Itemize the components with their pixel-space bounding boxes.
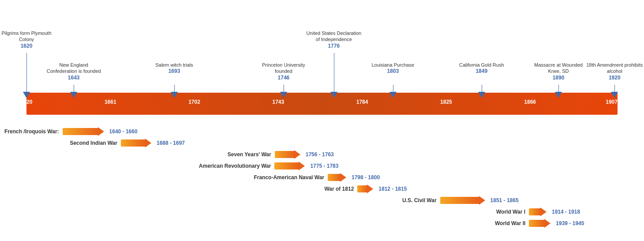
war-years-war-1812: 1812 - 1815	[378, 186, 407, 192]
event-princeton: Princeton University founded1746	[255, 62, 312, 81]
war-arrow-body-franco-naval	[328, 174, 340, 181]
war-arrow-head-revolutionary	[299, 162, 305, 170]
war-arrow-revolutionary	[274, 162, 305, 170]
war-arrow-head-franco-naval	[340, 173, 346, 182]
war-arrow-head-civil-war	[479, 196, 485, 205]
year-marker-1784: 1784	[356, 99, 368, 239]
triangle-pilgrims	[23, 92, 30, 98]
war-arrow-head-french-iroquois	[98, 127, 104, 136]
war-arrow-head-second-indian	[145, 139, 151, 147]
war-arrow-french-iroquois	[63, 127, 104, 136]
event-wounded-knee: Massacre at Wounded Knee, SD1890	[530, 62, 587, 81]
war-arrow-war-1812	[357, 185, 373, 193]
war-revolutionary: American Revolutionary War1775 - 1783	[199, 162, 339, 170]
triangle-princeton	[280, 92, 287, 98]
war-years-franco-naval: 1798 - 1800	[352, 174, 380, 181]
vert-line-pilgrims	[26, 53, 27, 93]
war-label-ww1: World War I	[496, 209, 525, 215]
war-arrow-ww1	[529, 207, 547, 216]
triangle-salem	[171, 92, 178, 98]
war-arrow-body-french-iroquois	[63, 128, 98, 135]
war-second-indian: Second Indian War1688 - 1697	[70, 139, 185, 147]
war-arrow-body-ww2	[529, 220, 544, 227]
war-label-french-iroquois: French /Iroquois War:	[4, 128, 59, 135]
war-label-ww2: World War II	[495, 220, 525, 226]
war-arrow-head-ww1	[540, 207, 547, 216]
triangle-new-england	[70, 92, 77, 98]
war-years-revolutionary: 1775 - 1783	[310, 163, 338, 169]
triangle-amendment-18	[611, 92, 618, 98]
war-arrow-body-revolutionary	[274, 162, 299, 169]
event-pilgrims: Pilgrims form Plymouth Colony1620	[0, 30, 55, 49]
war-arrow-seven-years	[275, 150, 300, 159]
war-years-ww1: 1914 - 1918	[552, 209, 580, 215]
war-label-revolutionary: American Revolutionary War	[199, 163, 271, 169]
year-marker-1825: 1825	[440, 99, 452, 239]
triangle-louisiana	[389, 92, 397, 98]
war-arrow-second-indian	[121, 139, 151, 147]
war-war-1812: War of 18121812 - 1815	[324, 185, 407, 193]
event-gold-rush: California Gold Rush1849	[453, 62, 510, 75]
war-arrow-body-civil-war	[440, 197, 479, 204]
war-arrow-head-war-1812	[367, 185, 373, 193]
event-declaration: United States Declaration of Independenc…	[305, 30, 363, 49]
war-arrow-body-ww1	[529, 208, 540, 215]
war-arrow-ww2	[529, 219, 550, 228]
war-arrow-body-seven-years	[275, 151, 294, 158]
war-arrow-body-second-indian	[121, 139, 145, 147]
war-franco-naval: Franco-American Naval War1798 - 1800	[254, 173, 380, 182]
war-years-french-iroquois: 1640 - 1660	[109, 128, 138, 135]
war-arrow-head-seven-years	[294, 150, 300, 159]
event-new-england: New England Confederation is founded1643	[45, 62, 102, 81]
war-ww1: World War I1914 - 1918	[496, 207, 580, 216]
event-louisiana: Louisiana Purchase1803	[364, 62, 422, 75]
war-years-seven-years: 1756 - 1763	[306, 151, 334, 158]
event-salem: Salem witch trials1693	[146, 62, 203, 75]
war-arrow-body-war-1812	[357, 185, 367, 192]
triangle-declaration	[330, 92, 337, 98]
vert-line-declaration	[334, 53, 334, 93]
war-label-seven-years: Seven Years' War	[228, 151, 271, 158]
war-label-civil-war: U.S. Civil War	[402, 197, 437, 203]
year-marker-1661: 1661	[105, 99, 116, 239]
war-label-second-indian: Second Indian War	[70, 140, 117, 146]
event-amendment-18: 18th Amendment prohibits alcohol1920	[586, 62, 643, 81]
war-years-second-indian: 1688 - 1697	[157, 140, 185, 146]
war-label-franco-naval: Franco-American Naval War	[254, 174, 324, 181]
triangle-wounded-knee	[555, 92, 562, 98]
war-label-war-1812: War of 1812	[324, 186, 354, 192]
war-arrow-civil-war	[440, 196, 485, 205]
war-arrow-head-ww2	[544, 219, 550, 228]
triangle-gold-rush	[478, 92, 485, 98]
war-ww2: World War II1939 - 1945	[495, 219, 584, 228]
war-arrow-franco-naval	[328, 173, 346, 182]
timeline-container: 16201661170217431784182518661907Pilgrims…	[0, 0, 644, 241]
war-years-ww2: 1939 - 1945	[556, 220, 584, 226]
year-marker-1620: 1620	[21, 99, 33, 239]
year-marker-1866: 1866	[524, 99, 536, 239]
war-civil-war: U.S. Civil War1851 - 1865	[402, 196, 519, 205]
war-years-civil-war: 1851 - 1865	[490, 197, 519, 203]
year-marker-1907: 1907	[606, 99, 618, 239]
war-french-iroquois: French /Iroquois War:1640 - 1660	[4, 127, 138, 136]
war-seven-years: Seven Years' War1756 - 1763	[228, 150, 334, 159]
